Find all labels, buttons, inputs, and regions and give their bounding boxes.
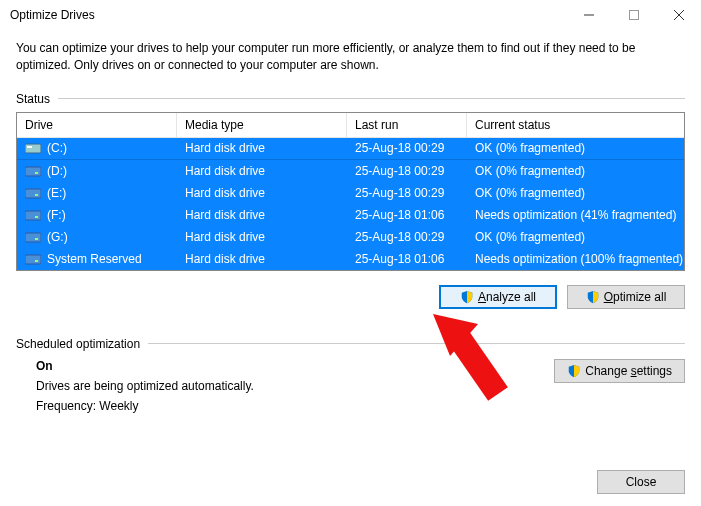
sched-on: On [36,359,554,373]
close-dialog-button[interactable]: Close [597,470,685,494]
table-row[interactable]: (E:)Hard disk drive25-Aug-18 00:29OK (0%… [17,182,684,204]
table-row[interactable]: (C:)Hard disk drive25-Aug-18 00:29OK (0%… [17,138,684,160]
listview-header[interactable]: Drive Media type Last run Current status [17,113,684,138]
drive-lastrun: 25-Aug-18 00:29 [347,227,467,247]
drive-name: (C:) [47,141,67,155]
table-row[interactable]: (F:)Hard disk drive25-Aug-18 01:06Needs … [17,204,684,226]
drive-status: OK (0% fragmented) [467,161,684,181]
analyze-all-button[interactable]: Analyze all [439,285,557,309]
drive-icon [25,187,41,199]
sched-freq-text: Frequency: Weekly [36,399,554,413]
svg-rect-6 [25,167,41,176]
col-last[interactable]: Last run [347,113,467,138]
close-button[interactable] [656,0,701,30]
drive-status: OK (0% fragmented) [467,138,684,158]
status-section-label: Status [16,92,685,106]
drive-media: Hard disk drive [177,161,347,181]
scheduled-section-label: Scheduled optimization [16,337,685,351]
minimize-button[interactable] [566,0,611,30]
col-status[interactable]: Current status [467,113,684,138]
optimize-all-button[interactable]: Optimize all [567,285,685,309]
svg-rect-12 [25,233,41,242]
col-drive[interactable]: Drive [17,113,177,138]
drive-name: System Reserved [47,252,142,266]
window-title: Optimize Drives [10,8,566,22]
titlebar: Optimize Drives [0,0,701,30]
drive-lastrun: 25-Aug-18 00:29 [347,183,467,203]
window-controls [566,0,701,30]
svg-rect-5 [27,146,32,148]
drive-name: (G:) [47,230,68,244]
svg-rect-4 [25,144,41,153]
drive-lastrun: 25-Aug-18 01:06 [347,249,467,269]
table-row[interactable]: (G:)Hard disk drive25-Aug-18 00:29OK (0%… [17,226,684,248]
drive-name: (F:) [47,208,66,222]
shield-icon [567,364,581,378]
drive-media: Hard disk drive [177,138,347,158]
table-row[interactable]: System ReservedHard disk drive25-Aug-18 … [17,248,684,270]
drive-icon [25,231,41,243]
change-settings-button[interactable]: Change settings [554,359,685,383]
description-text: You can optimize your drives to help you… [16,40,685,74]
svg-rect-8 [25,189,41,198]
drive-name: (E:) [47,186,66,200]
drive-status: OK (0% fragmented) [467,227,684,247]
svg-rect-9 [35,194,38,196]
svg-rect-15 [35,260,38,262]
drive-name: (D:) [47,164,67,178]
drive-icon [25,253,41,265]
shield-icon [460,290,474,304]
svg-rect-10 [25,211,41,220]
scheduled-label: Scheduled optimization [16,337,140,351]
svg-rect-1 [629,11,638,20]
table-row[interactable]: (D:)Hard disk drive25-Aug-18 00:29OK (0%… [17,160,684,182]
svg-rect-11 [35,216,38,218]
drive-lastrun: 25-Aug-18 01:06 [347,205,467,225]
drives-listview[interactable]: Drive Media type Last run Current status… [16,112,685,271]
svg-rect-14 [25,255,41,264]
drive-icon [25,165,41,177]
drive-media: Hard disk drive [177,205,347,225]
drive-lastrun: 25-Aug-18 00:29 [347,161,467,181]
drive-status: Needs optimization (100% fragmented) [467,249,684,269]
sched-auto-text: Drives are being optimized automatically… [36,379,554,393]
status-label: Status [16,92,50,106]
col-media[interactable]: Media type [177,113,347,138]
drive-media: Hard disk drive [177,183,347,203]
drive-status: OK (0% fragmented) [467,183,684,203]
drive-media: Hard disk drive [177,227,347,247]
drive-icon [25,209,41,221]
svg-rect-7 [35,172,38,174]
svg-rect-13 [35,238,38,240]
shield-icon [586,290,600,304]
drive-status: Needs optimization (41% fragmented) [467,205,684,225]
drive-media: Hard disk drive [177,249,347,269]
drive-icon [25,142,41,154]
drive-lastrun: 25-Aug-18 00:29 [347,138,467,158]
maximize-button[interactable] [611,0,656,30]
